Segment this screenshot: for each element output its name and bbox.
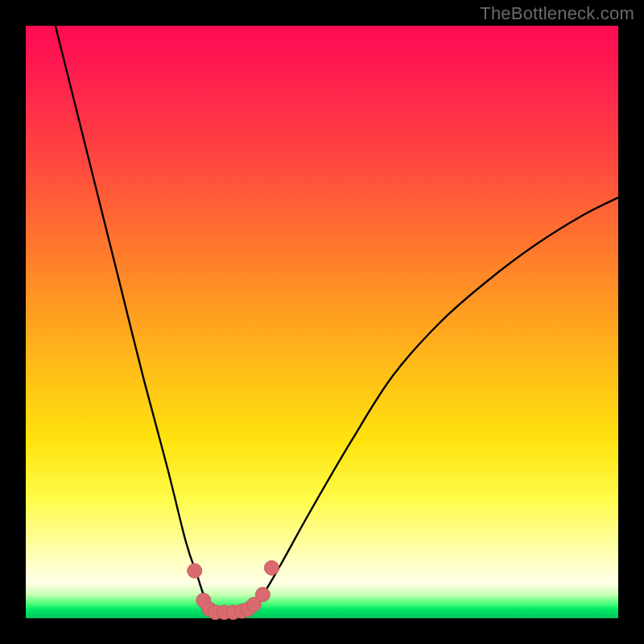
curve-layer bbox=[26, 26, 618, 618]
marker-point bbox=[264, 560, 279, 575]
marker-point bbox=[255, 588, 270, 602]
marker-point bbox=[188, 564, 202, 578]
watermark-text: TheBottleneck.com bbox=[480, 3, 634, 24]
chart-frame: TheBottleneck.com bbox=[0, 0, 644, 644]
bottleneck-curve bbox=[56, 26, 618, 613]
